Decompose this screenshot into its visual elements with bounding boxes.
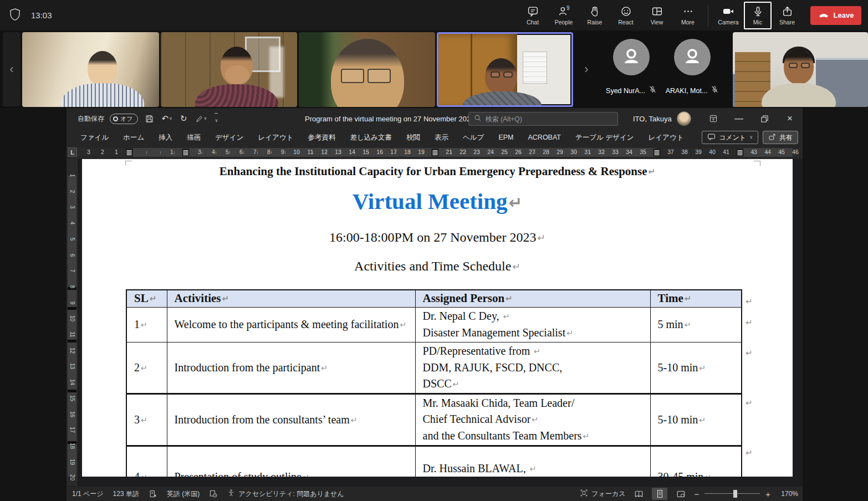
track-changes-icon[interactable] [209, 489, 218, 498]
table-column-marker[interactable] [737, 149, 744, 156]
ruler-number: 12 [69, 345, 75, 356]
video-tile[interactable] [161, 32, 297, 107]
web-layout-button[interactable] [673, 488, 688, 500]
participant-roster-tile[interactable]: ARAKI, Mot... [662, 32, 723, 107]
page-indicator[interactable]: 1/1 ページ [72, 489, 104, 499]
leave-button[interactable]: Leave [810, 6, 861, 25]
more-button[interactable]: More [672, 1, 703, 30]
ruler-number: 41 [723, 149, 729, 155]
word-title-bar: 自動保存 オフ ↶∨ ↻ ∨ ∨ Program of the virtual … [67, 108, 803, 129]
tab-design[interactable]: デザイン [208, 130, 251, 146]
tab-help[interactable]: ヘルプ [456, 130, 491, 146]
paragraph-mark [536, 230, 545, 244]
tab-insert[interactable]: 挿入 [151, 130, 180, 146]
ruler-number: 7 [253, 149, 257, 155]
paragraph-mark [140, 471, 147, 477]
paragraph-mark [504, 292, 513, 305]
avatar [674, 39, 711, 75]
people-button[interactable]: 9 People [548, 1, 579, 30]
search-input[interactable] [486, 115, 602, 123]
chat-button[interactable]: Chat [517, 1, 548, 30]
redo-button[interactable]: ↻ [179, 113, 188, 125]
zoom-in-button[interactable]: + [765, 489, 770, 499]
tab-mailings[interactable]: 差し込み文書 [343, 130, 399, 146]
ribbon-display-options-button[interactable] [701, 108, 726, 129]
user-avatar [677, 111, 691, 126]
word-window: 自動保存 オフ ↶∨ ↻ ∨ ∨ Program of the virtual … [67, 108, 803, 501]
react-button[interactable]: React [610, 1, 641, 30]
mic-icon [752, 6, 764, 17]
zoom-slider[interactable] [704, 490, 760, 498]
h-ruler[interactable]: 3211345678910111213141516171819212223242… [78, 148, 799, 157]
participant-roster-tile[interactable]: Syed NurA... [601, 32, 662, 107]
minimize-button[interactable]: — [726, 108, 752, 129]
end-of-row-mark: ↵ [746, 318, 753, 328]
comments-button[interactable]: コメント ∨ [702, 131, 758, 144]
share-document-button[interactable]: 共有 [763, 131, 798, 144]
paragraph-mark [683, 292, 692, 305]
tab-table-design[interactable]: テーブル デザイン [568, 130, 641, 146]
tab-file[interactable]: ファイル [73, 130, 116, 146]
video-tile-self[interactable] [733, 32, 868, 107]
close-button[interactable]: × [777, 108, 803, 129]
table-column-marker[interactable] [432, 149, 439, 156]
undo-button[interactable]: ↶∨ [161, 113, 173, 125]
tab-acrobat[interactable]: ACROBAT [520, 130, 568, 145]
ruler-number: 16 [376, 149, 383, 155]
ruler-number: 15 [362, 149, 369, 155]
tab-references[interactable]: 参考資料 [300, 130, 343, 146]
tab-view[interactable]: 表示 [427, 130, 456, 146]
tab-home[interactable]: ホーム [116, 130, 151, 146]
accessibility-status[interactable]: アクセシビリティ: 問題ありません [227, 489, 344, 499]
doc-datetime: 16:00-18:00PM on 27 November 2023 [82, 230, 793, 245]
document-page[interactable]: Enhancing the Institutional Capacity for… [82, 159, 793, 477]
tab-stop-selector[interactable]: L [68, 147, 77, 157]
zoom-out-button[interactable]: − [694, 489, 699, 499]
view-button[interactable]: View [641, 1, 672, 30]
raise-hand-button[interactable]: Raise [579, 1, 610, 30]
chevron-right-icon: › [584, 62, 588, 76]
autosave-toggle[interactable]: オフ [110, 114, 138, 124]
scroll-left-button[interactable]: ‹ [3, 32, 21, 106]
word-count[interactable]: 123 単語 [113, 489, 139, 499]
table-column-marker[interactable] [126, 149, 133, 156]
paragraph-mark [703, 471, 711, 477]
tab-layout[interactable]: レイアウト [251, 130, 300, 146]
header-time: Time [650, 290, 742, 307]
proofing-status-icon[interactable] [149, 489, 157, 498]
focus-mode-button[interactable]: フォーカス [580, 489, 625, 499]
save-button[interactable] [144, 113, 155, 125]
tab-draw[interactable]: 描画 [180, 130, 208, 146]
tab-review[interactable]: 校閲 [399, 130, 427, 146]
zoom-slider-thumb[interactable] [733, 490, 737, 498]
video-tile[interactable] [22, 32, 159, 107]
read-mode-button[interactable] [631, 488, 646, 500]
video-tile[interactable] [299, 32, 435, 107]
print-layout-button[interactable] [652, 488, 667, 500]
ruler-number: 28 [543, 149, 549, 155]
ruler-number: 39 [695, 149, 702, 155]
paragraph-mark [399, 318, 406, 330]
table-column-marker[interactable] [653, 149, 661, 156]
video-tile-active-speaker[interactable] [437, 32, 573, 107]
paragraph-mark [507, 188, 522, 214]
table-column-marker[interactable] [182, 149, 190, 156]
tab-table-layout[interactable]: レイアウト [641, 130, 691, 146]
v-ruler[interactable]: 1234567891011121314151617181920 [67, 159, 78, 486]
mic-button[interactable]: Mic [744, 2, 772, 29]
ruler-number: 31 [584, 149, 591, 155]
pen-input-button[interactable]: ∨ [194, 114, 208, 124]
ruler-number: 16 [69, 408, 75, 420]
customize-quick-access-button[interactable]: ∨ [213, 112, 219, 125]
share-button[interactable]: Share [772, 1, 803, 30]
search-box[interactable] [468, 112, 618, 126]
zoom-level[interactable]: 170% [776, 490, 798, 498]
restore-button[interactable] [752, 108, 777, 129]
view-icon [651, 6, 663, 17]
camera-button[interactable]: Camera [713, 1, 744, 30]
ruler-number: 14 [349, 149, 355, 155]
ruler-number: 38 [681, 149, 688, 155]
language-indicator[interactable]: 英語 (米国) [167, 489, 200, 499]
tab-epm[interactable]: EPM [491, 130, 520, 145]
account-menu[interactable]: ITO, Takuya [633, 108, 691, 129]
